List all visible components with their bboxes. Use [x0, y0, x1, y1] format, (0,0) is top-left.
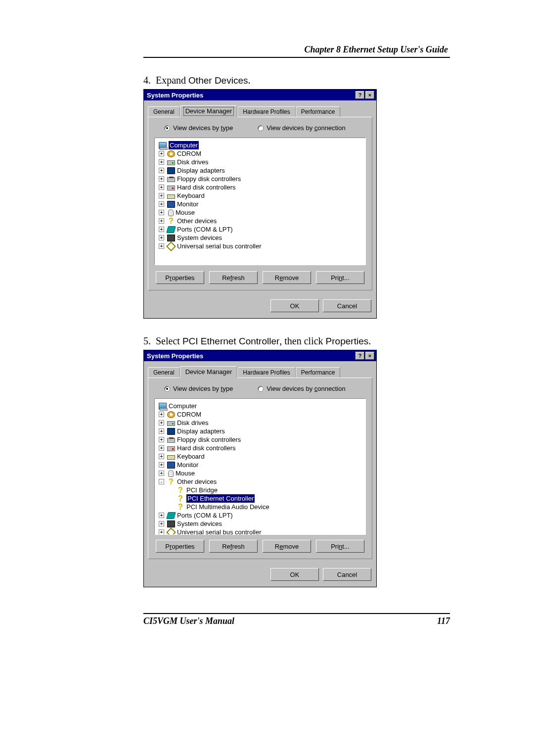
radio-view-by-connection[interactable]: View devices by connection [258, 124, 345, 132]
tree-item-mouse[interactable]: +Mouse [159, 469, 361, 477]
tree-item-computer[interactable]: Computer [159, 402, 361, 410]
tab-general[interactable]: General [148, 367, 180, 378]
expand-icon[interactable]: + [159, 529, 164, 535]
remove-button[interactable]: Remove [263, 540, 311, 553]
tree-item-other[interactable]: +Other devices [159, 217, 361, 225]
refresh-button[interactable]: Refresh [209, 271, 258, 284]
tab-device-manager[interactable]: Device Manager [180, 105, 238, 117]
tree-item-pci-ethernet[interactable]: PCI Ethernet Controller [159, 494, 361, 503]
expand-icon[interactable]: + [159, 521, 164, 526]
tree-item-display[interactable]: +Display adapters [159, 166, 361, 175]
tree-item-pci-audio[interactable]: PCI Multimedia Audio Device [159, 503, 361, 511]
expand-icon[interactable]: + [159, 218, 164, 224]
radio-view-by-type[interactable]: View devices by type [164, 124, 233, 132]
expand-icon[interactable]: + [159, 210, 164, 215]
tree-item-cdrom[interactable]: +CDROM [159, 149, 361, 158]
tab-performance[interactable]: Performance [296, 367, 341, 378]
tree-item-usb[interactable]: +Universal serial bus controller [159, 242, 361, 250]
tree-item-mouse[interactable]: +Mouse [159, 208, 361, 217]
close-button[interactable]: × [365, 352, 374, 360]
tree-label: Mouse [176, 208, 195, 217]
help-button[interactable]: ? [356, 352, 364, 360]
expand-icon[interactable]: + [159, 454, 164, 459]
cancel-button[interactable]: Cancel [323, 299, 371, 312]
tab-panel: View devices by type View devices by con… [148, 117, 372, 290]
ok-button[interactable]: OK [270, 568, 319, 581]
expand-icon[interactable]: + [159, 462, 164, 468]
tree-item-keyboard[interactable]: +Keyboard [159, 452, 361, 461]
tab-label: Device Manager [185, 368, 232, 376]
tree-item-system[interactable]: +System devices [159, 234, 361, 242]
tree-item-disk[interactable]: +Disk drives [159, 158, 361, 166]
radio-view-by-connection[interactable]: View devices by connection [258, 385, 345, 392]
cdrom-icon [167, 150, 175, 157]
tree-item-cdrom[interactable]: +CDROM [159, 410, 361, 419]
tree-item-keyboard[interactable]: +Keyboard [159, 191, 361, 200]
tree-item-floppy[interactable]: +Floppy disk controllers [159, 175, 361, 183]
expand-icon[interactable]: + [159, 445, 164, 451]
tree-item-hdd[interactable]: +Hard disk controllers [159, 183, 361, 191]
tree-item-disk[interactable]: +Disk drives [159, 419, 361, 427]
cdrom-icon [167, 411, 175, 418]
print-button[interactable]: Print... [316, 540, 364, 553]
system-properties-dialog-2: System Properties ? × General Device Man… [143, 350, 377, 587]
tab-hardware-profiles[interactable]: Hardware Profiles [237, 106, 295, 117]
tree-item-system[interactable]: +System devices [159, 520, 361, 528]
expand-icon[interactable]: + [159, 185, 164, 190]
expand-icon[interactable]: + [159, 227, 164, 232]
tree-label: Other devices [177, 477, 217, 486]
expand-icon[interactable]: + [159, 428, 164, 434]
display-icon [167, 428, 175, 435]
remove-button[interactable]: Remove [263, 271, 311, 284]
ok-button[interactable]: OK [270, 299, 319, 312]
tree-label: Mouse [176, 469, 195, 477]
footer-page-number: 117 [437, 616, 450, 626]
floppy-icon [167, 438, 175, 443]
expand-icon[interactable]: + [159, 235, 164, 240]
expand-icon[interactable]: + [159, 471, 164, 476]
radio-view-by-type[interactable]: View devices by type [164, 385, 233, 392]
expand-icon[interactable]: + [159, 168, 164, 173]
expand-icon[interactable]: + [159, 151, 164, 156]
tree-item-floppy[interactable]: +Floppy disk controllers [159, 435, 361, 444]
usb-icon [166, 241, 176, 251]
expand-icon[interactable]: + [159, 176, 164, 182]
expand-icon[interactable]: + [159, 513, 164, 518]
tab-general[interactable]: General [148, 106, 180, 117]
tab-hardware-profiles[interactable]: Hardware Profiles [237, 367, 295, 378]
expand-icon[interactable]: + [159, 193, 164, 198]
expand-icon[interactable]: + [159, 412, 164, 417]
collapse-icon[interactable]: - [159, 479, 164, 484]
tree-item-ports[interactable]: +Ports (COM & LPT) [159, 225, 361, 234]
tree-item-hdd[interactable]: +Hard disk controllers [159, 444, 361, 452]
cancel-button[interactable]: Cancel [323, 568, 371, 581]
refresh-button[interactable]: Refresh [209, 540, 258, 553]
expand-icon[interactable]: + [159, 420, 164, 425]
device-tree[interactable]: Computer +CDROM +Disk drives +Display ad… [154, 398, 366, 535]
tree-item-ports[interactable]: +Ports (COM & LPT) [159, 511, 361, 520]
expand-icon[interactable]: + [159, 159, 164, 165]
properties-button[interactable]: Properties [156, 271, 204, 284]
properties-button[interactable]: Properties [156, 540, 204, 553]
expand-icon[interactable]: + [159, 243, 164, 249]
print-button[interactable]: Print... [316, 271, 364, 284]
expand-icon[interactable]: + [159, 201, 164, 207]
step-ui-ref: Properties [326, 336, 369, 346]
tab-device-manager[interactable]: Device Manager [180, 366, 238, 378]
help-button[interactable]: ? [356, 91, 364, 99]
tree-item-pci-bridge[interactable]: PCI Bridge [159, 486, 361, 494]
tree-item-usb[interactable]: +Universal serial bus controller [159, 528, 361, 535]
expand-icon[interactable]: + [159, 437, 164, 442]
tree-item-other[interactable]: -Other devices [159, 477, 361, 486]
tree-item-monitor[interactable]: +Monitor [159, 461, 361, 469]
tree-label: Floppy disk controllers [177, 435, 241, 444]
device-tree[interactable]: Computer +CDROM +Disk drives +Display ad… [154, 138, 366, 265]
close-button[interactable]: × [365, 91, 374, 99]
tree-item-computer[interactable]: Computer [159, 141, 361, 149]
tab-performance[interactable]: Performance [296, 106, 341, 117]
tree-item-monitor[interactable]: +Monitor [159, 200, 361, 208]
step-ui-ref: PCI Ethernet Controller [182, 336, 279, 346]
tree-label: PCI Multimedia Audio Device [186, 503, 269, 511]
tree-item-display[interactable]: +Display adapters [159, 427, 361, 435]
question-icon [177, 487, 184, 494]
